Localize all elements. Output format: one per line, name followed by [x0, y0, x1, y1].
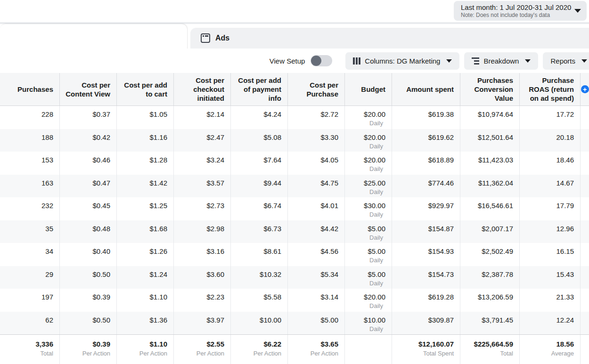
cell-budget: $5.00Daily [345, 266, 392, 289]
cell-spacer [581, 266, 589, 289]
tab-active-pane[interactable] [0, 24, 187, 73]
cell-cost-per-purchase: $4.01 [288, 197, 345, 220]
footer-value: $225,664.59 [474, 340, 513, 348]
footer-sublabel: Per Action [82, 350, 110, 357]
cell-purchases-conversion-value: $16,546.61 [460, 197, 520, 220]
view-setup-toggle[interactable] [311, 55, 332, 66]
cell-purchase-roas: 12.24 [520, 312, 581, 335]
cell-cost-per-add-to-cart: $1.24 [117, 266, 174, 289]
footer-cell: $3.65 Per Action [288, 335, 345, 364]
table-header-row: Purchases Cost per Content View Cost per… [0, 73, 589, 106]
cell-spacer [581, 129, 589, 152]
cell-cost-per-content-view: $0.39 [60, 289, 117, 312]
cell-budget: $20.00Daily [345, 289, 392, 312]
budget-period-label: Daily [369, 211, 385, 218]
tab-ads-label: Ads [215, 34, 229, 42]
tab-strip: Ads View Setup Columns: DG Marketing Bre… [0, 22, 589, 73]
cell-budget: $5.00Daily [345, 220, 392, 243]
cell-spacer [581, 243, 589, 266]
metrics-table: Purchases Cost per Content View Cost per… [0, 73, 589, 364]
cell-cost-per-add-payment-info: $10.32 [231, 266, 288, 289]
columns-button[interactable]: Columns: DG Marketing [345, 52, 459, 70]
cell-purchase-roas: 16.15 [520, 243, 581, 266]
column-header-cost-per-add-to-cart[interactable]: Cost per add to cart [117, 73, 174, 105]
cell-cost-per-purchase: $4.05 [288, 152, 345, 175]
cell-spacer [581, 175, 589, 198]
cell-cost-per-add-payment-info: $9.44 [231, 175, 288, 198]
cell-amount-spent: $309.87 [392, 312, 460, 335]
footer-cell: $6.22 Per Action [231, 335, 288, 364]
cell-cost-per-add-to-cart: $1.25 [117, 197, 174, 220]
cell-cost-per-add-payment-info: $10.00 [231, 312, 288, 335]
cell-purchases: 163 [0, 175, 60, 198]
table-row: 232 $0.45 $1.25 $2.73 $6.74 $4.01 $30.00… [0, 197, 589, 220]
footer-value: 3,336 [35, 340, 53, 348]
cell-amount-spent: $619.28 [392, 289, 460, 312]
cell-purchases-conversion-value: $2,502.49 [460, 243, 520, 266]
cell-cost-per-content-view: $0.50 [60, 312, 117, 335]
column-header-budget[interactable]: Budget [345, 73, 392, 105]
cell-cost-per-content-view: $0.37 [60, 106, 117, 129]
toggle-knob [311, 56, 321, 66]
cell-purchases-conversion-value: $13,206.59 [460, 289, 520, 312]
cell-purchases: 29 [0, 266, 60, 289]
cell-purchases-conversion-value: $11,423.03 [460, 152, 520, 175]
cell-budget: $25.00Daily [345, 175, 392, 198]
table-row: 197 $0.39 $1.10 $2.23 $5.58 $3.14 $20.00… [0, 289, 589, 312]
cell-cost-per-content-view: $0.47 [60, 175, 117, 198]
cell-amount-spent: $618.89 [392, 152, 460, 175]
cell-cost-per-content-view: $0.45 [60, 197, 117, 220]
date-range-note: Note: Does not include today's data [461, 12, 571, 18]
table-row: 153 $0.46 $1.28 $3.24 $7.64 $4.05 $20.00… [0, 152, 589, 175]
cell-cost-per-add-to-cart: $1.05 [117, 106, 174, 129]
table-row: 188 $0.42 $1.16 $2.47 $5.08 $3.30 $20.00… [0, 129, 589, 152]
footer-cell: $2.55 Per Action [174, 335, 231, 364]
cell-cost-per-add-to-cart: $1.42 [117, 175, 174, 198]
cell-budget: $10.00Daily [345, 312, 392, 335]
column-header-purchase-roas[interactable]: Purchase ROAS (return on ad spend) [520, 73, 581, 105]
cell-amount-spent: $154.73 [392, 266, 460, 289]
budget-period-label: Daily [369, 302, 385, 309]
column-header-amount-spent[interactable]: Amount spent [392, 73, 460, 105]
column-header-purchases-conversion-value[interactable]: Purchases Conversion Value [460, 73, 520, 105]
cell-cost-per-content-view: $0.46 [60, 152, 117, 175]
date-range-selector[interactable]: Last month: 1 Jul 2020-31 Jul 2020 Note:… [454, 1, 587, 21]
footer-cell [345, 335, 392, 364]
toolbar: View Setup Columns: DG Marketing Breakdo… [187, 49, 589, 73]
cell-purchases: 35 [0, 220, 60, 243]
column-header-cost-per-purchase[interactable]: Cost per Purchase [288, 73, 345, 105]
cell-budget: $20.00Daily [345, 152, 392, 175]
footer-value: $2.55 [206, 340, 224, 348]
columns-button-label: Columns: DG Marketing [365, 57, 440, 65]
cell-cost-per-add-to-cart: $1.16 [117, 129, 174, 152]
breakdown-icon [472, 57, 479, 65]
table-row: 29 $0.50 $1.24 $3.60 $10.32 $5.34 $5.00D… [0, 266, 589, 289]
table-row: 62 $0.50 $1.36 $3.97 $10.00 $5.00 $10.00… [0, 312, 589, 335]
cell-cost-per-content-view: $0.48 [60, 220, 117, 243]
cell-cost-per-content-view: $0.40 [60, 243, 117, 266]
plus-circle-icon[interactable]: + [581, 85, 589, 93]
top-bar: Last month: 1 Jul 2020-31 Jul 2020 Note:… [0, 0, 589, 22]
cell-amount-spent: $154.93 [392, 243, 460, 266]
cell-cost-per-add-payment-info: $6.73 [231, 220, 288, 243]
cell-amount-spent: $154.87 [392, 220, 460, 243]
cell-cost-per-add-to-cart: $1.10 [117, 289, 174, 312]
cell-cost-per-add-to-cart: $1.36 [117, 312, 174, 335]
chevron-down-icon [446, 59, 452, 63]
cell-cost-per-purchase: $2.72 [288, 106, 345, 129]
window-icon [201, 33, 210, 43]
cell-cost-per-checkout-initiated: $3.57 [174, 175, 231, 198]
column-header-cost-per-add-payment-info[interactable]: Cost per add of payment info [231, 73, 288, 105]
column-header-purchases[interactable]: Purchases [0, 73, 60, 105]
tab-ads[interactable]: Ads [190, 28, 589, 49]
breakdown-button[interactable]: Breakdown [464, 52, 538, 70]
cell-purchases: 197 [0, 289, 60, 312]
column-header-cost-per-checkout-initiated[interactable]: Cost per checkout initiated [174, 73, 231, 105]
footer-sublabel: Total [41, 350, 53, 357]
reports-button[interactable]: Reports [543, 52, 589, 70]
cell-purchase-roas: 14.67 [520, 175, 581, 198]
footer-cell: $1.10 Per Action [117, 335, 174, 364]
footer-value: 18.56 [556, 340, 574, 348]
footer-sublabel: Per Action [139, 350, 167, 357]
column-header-cost-per-content-view[interactable]: Cost per Content View [60, 73, 117, 105]
